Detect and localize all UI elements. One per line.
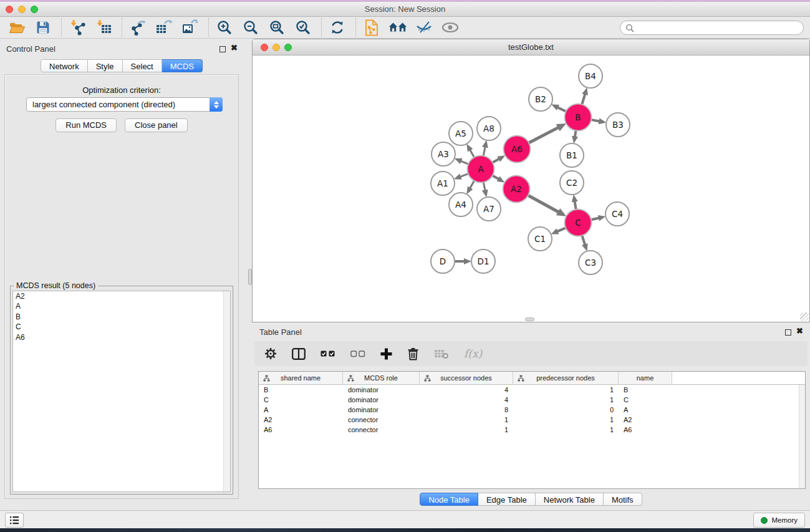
table-row[interactable]: Cdominator41C — [259, 395, 805, 405]
node-D[interactable]: D — [431, 249, 455, 273]
float-panel-icon[interactable] — [219, 46, 226, 52]
mcds-result-list[interactable]: A2ABCA6 — [12, 291, 231, 492]
table-tab-edge-table[interactable]: Edge Table — [478, 493, 536, 506]
table-cell[interactable]: 0 — [513, 405, 619, 415]
control-tab-mcds[interactable]: MCDS — [162, 59, 203, 72]
table-cell[interactable]: 4 — [420, 385, 513, 395]
zoom-out-button[interactable] — [241, 18, 260, 37]
table-row[interactable]: Adominator80A — [259, 405, 805, 415]
table-cell[interactable]: 1 — [420, 415, 513, 425]
float-table-panel-icon[interactable] — [785, 329, 791, 336]
table-cell[interactable]: B — [259, 385, 343, 395]
result-list-scrollbar[interactable] — [223, 291, 230, 491]
import-network-button[interactable] — [68, 18, 87, 37]
search-field[interactable] — [620, 21, 804, 35]
network-canvas[interactable]: B4B2BB3A5A8A6B1A3AC2A1A2A4A7C4CC1C3DD1 — [253, 56, 809, 322]
table-row[interactable]: A2connector11A2 — [259, 415, 805, 425]
app-titlebar[interactable]: Session: New Session — [0, 2, 810, 17]
table-cell[interactable]: C — [259, 395, 343, 405]
zoom-window-button[interactable] — [31, 6, 38, 13]
split-view-button[interactable] — [292, 348, 306, 360]
table-row[interactable]: Bdominator41B — [259, 385, 805, 395]
table-tab-node-table[interactable]: Node Table — [420, 493, 478, 506]
table-cell[interactable]: C — [619, 395, 672, 405]
table-cell[interactable]: A6 — [619, 425, 672, 435]
network-close-button[interactable] — [261, 44, 268, 51]
table-cell[interactable]: 1 — [513, 415, 619, 425]
node-B3[interactable]: B3 — [606, 113, 630, 137]
zoom-fit-button[interactable] — [268, 18, 286, 37]
node-B[interactable]: B — [565, 104, 592, 131]
control-tab-style[interactable]: Style — [88, 59, 123, 72]
memory-button[interactable]: Memory — [753, 513, 805, 528]
node-B4[interactable]: B4 — [579, 64, 602, 88]
add-column-button[interactable] — [380, 348, 392, 360]
table-cell[interactable]: 1 — [513, 425, 619, 435]
export-table-button[interactable] — [155, 18, 173, 37]
column-header-shared-name[interactable]: shared name — [259, 372, 343, 385]
node-C[interactable]: C — [565, 210, 592, 236]
node-C4[interactable]: C4 — [605, 202, 629, 226]
table-row[interactable]: A6connector11A6 — [259, 425, 805, 435]
table-cell[interactable]: connector — [343, 425, 420, 435]
mcds-result-item[interactable]: C — [13, 322, 230, 332]
table-cell[interactable]: 1 — [513, 395, 619, 405]
node-D1[interactable]: D1 — [471, 249, 495, 273]
column-header-name[interactable]: name — [619, 372, 672, 385]
node-C2[interactable]: C2 — [560, 171, 584, 195]
close-window-button[interactable] — [6, 6, 13, 13]
node-A6[interactable]: A6 — [504, 136, 531, 163]
control-tab-network[interactable]: Network — [41, 59, 88, 72]
edge-A2-C[interactable] — [527, 195, 559, 212]
network-zoom-button[interactable] — [284, 44, 292, 51]
table-cell[interactable]: A — [259, 405, 343, 415]
zoom-selected-button[interactable] — [294, 18, 312, 37]
deselect-all-button[interactable] — [350, 350, 365, 357]
node-A[interactable]: A — [468, 156, 494, 183]
table-cell[interactable]: connector — [343, 415, 420, 425]
table-cell[interactable]: 8 — [420, 405, 513, 415]
search-input[interactable] — [637, 24, 798, 32]
edge-A6-B[interactable] — [528, 127, 558, 143]
column-header-mcds-role[interactable]: MCDS role — [343, 372, 420, 385]
splitter-grip[interactable] — [525, 317, 534, 321]
open-session-button[interactable] — [7, 18, 26, 37]
table-cell[interactable]: dominator — [343, 395, 420, 405]
table-cell[interactable]: 4 — [420, 395, 513, 405]
show-panels-button[interactable] — [441, 18, 460, 37]
node-B1[interactable]: B1 — [560, 143, 584, 167]
table-tab-motifs[interactable]: Motifs — [604, 493, 642, 506]
node-B2[interactable]: B2 — [529, 87, 552, 111]
window-resize-grip[interactable] — [800, 312, 809, 321]
network-minimize-button[interactable] — [272, 44, 280, 51]
mcds-result-item[interactable]: A6 — [13, 332, 230, 342]
node-A1[interactable]: A1 — [431, 172, 455, 195]
save-session-button[interactable] — [34, 18, 52, 37]
table-tab-network-table[interactable]: Network Table — [536, 493, 604, 506]
table-scrollbar[interactable] — [799, 385, 805, 488]
node-A8[interactable]: A8 — [477, 117, 501, 140]
select-all-button[interactable] — [321, 350, 335, 357]
node-A3[interactable]: A3 — [432, 142, 455, 166]
table-cell[interactable]: 1 — [420, 425, 513, 435]
export-image-button[interactable] — [181, 18, 200, 37]
splitter-grip[interactable] — [248, 269, 252, 285]
table-cell[interactable]: A2 — [259, 415, 343, 425]
column-header-predecessor-nodes[interactable]: predecessor nodes — [513, 372, 619, 385]
node-A5[interactable]: A5 — [449, 122, 473, 145]
task-history-button[interactable] — [5, 513, 24, 528]
import-table-button[interactable] — [94, 18, 113, 37]
optimization-criterion-select[interactable]: largest connected component (directed) — [26, 97, 223, 112]
hide-panels-button[interactable] — [415, 18, 433, 37]
export-network-button[interactable] — [128, 18, 147, 37]
node-C3[interactable]: C3 — [579, 251, 602, 274]
node-A4[interactable]: A4 — [449, 193, 473, 216]
delete-column-button[interactable] — [407, 347, 419, 360]
zoom-in-button[interactable] — [215, 18, 234, 37]
table-cell[interactable]: A2 — [619, 415, 672, 425]
close-table-panel-icon[interactable]: ✖ — [796, 326, 803, 336]
close-panel-icon[interactable]: ✖ — [231, 43, 238, 52]
column-header-successor-nodes[interactable]: successor nodes — [420, 372, 513, 385]
run-mcds-button[interactable]: Run MCDS — [55, 118, 117, 132]
apply-layout-button[interactable] — [388, 18, 407, 37]
